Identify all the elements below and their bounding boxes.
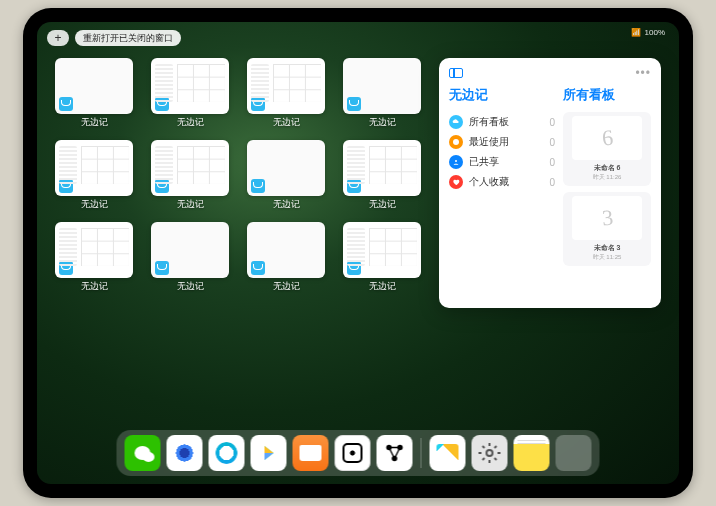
window-tile[interactable]: 无边记 <box>151 222 229 300</box>
sidebar-item-heart[interactable]: 个人收藏0 <box>449 172 555 192</box>
window-label: 无边记 <box>273 116 300 129</box>
dock-dice-icon[interactable] <box>335 435 371 471</box>
window-thumbnail <box>343 222 421 278</box>
workspace: 无边记无边记无边记无边记无边记无边记无边记无边记无边记无边记无边记无边记 •••… <box>55 58 661 426</box>
freeform-app-icon <box>59 179 73 193</box>
window-thumbnail <box>55 58 133 114</box>
board-preview: 3 <box>572 196 642 240</box>
svg-point-1 <box>455 160 457 162</box>
panel-title-left: 无边记 <box>449 86 555 104</box>
board-title: 未命名 6 <box>594 163 621 173</box>
window-thumbnail <box>151 222 229 278</box>
window-label: 无边记 <box>369 198 396 211</box>
window-tile[interactable]: 无边记 <box>247 222 325 300</box>
window-thumbnail <box>151 58 229 114</box>
window-tile[interactable]: 无边记 <box>151 140 229 218</box>
dock-settings-icon[interactable] <box>472 435 508 471</box>
panel-title-right: 所有看板 <box>563 86 651 104</box>
dock-freeform-icon[interactable] <box>430 435 466 471</box>
sidebar-item-label: 所有看板 <box>469 115 543 129</box>
window-tile[interactable]: 无边记 <box>247 140 325 218</box>
svg-point-5 <box>487 450 493 456</box>
window-label: 无边记 <box>81 116 108 129</box>
panel-boards: 所有看板 6未命名 6昨天 11:263未命名 3昨天 11:25 <box>563 86 651 300</box>
sidebar-item-label: 已共享 <box>469 155 543 169</box>
freeform-app-icon <box>155 97 169 111</box>
cloud-icon <box>449 115 463 129</box>
reopen-closed-button[interactable]: 重新打开已关闭的窗口 <box>75 30 181 46</box>
window-thumbnail <box>343 58 421 114</box>
window-tile[interactable]: 无边记 <box>247 58 325 136</box>
window-label: 无边记 <box>369 280 396 293</box>
window-thumbnail <box>151 140 229 196</box>
window-grid: 无边记无边记无边记无边记无边记无边记无边记无边记无边记无边记无边记无边记 <box>55 58 427 426</box>
sidebar-item-label: 最近使用 <box>469 135 543 149</box>
board-preview: 6 <box>572 116 642 160</box>
screen: 📶 100% + 重新打开已关闭的窗口 无边记无边记无边记无边记无边记无边记无边… <box>37 22 679 484</box>
board-title: 未命名 3 <box>594 243 621 253</box>
dock-qqbrowser-icon[interactable] <box>167 435 203 471</box>
dock-nodes-icon[interactable] <box>377 435 413 471</box>
window-tile[interactable]: 无边记 <box>151 58 229 136</box>
window-label: 无边记 <box>273 198 300 211</box>
panel-header: ••• <box>449 66 651 80</box>
sidebar-item-clock[interactable]: 最近使用0 <box>449 132 555 152</box>
freeform-app-icon <box>347 261 361 275</box>
people-icon <box>449 155 463 169</box>
window-thumbnail <box>247 140 325 196</box>
window-tile[interactable]: 无边记 <box>343 58 421 136</box>
scribble-icon: 6 <box>600 125 613 152</box>
window-thumbnail <box>247 58 325 114</box>
window-label: 无边记 <box>177 280 204 293</box>
board-subtitle: 昨天 11:26 <box>593 173 622 182</box>
window-label: 无边记 <box>81 280 108 293</box>
freeform-app-icon <box>347 97 361 111</box>
sidebar-item-count: 0 <box>549 157 555 168</box>
window-tile[interactable]: 无边记 <box>343 222 421 300</box>
ipad-frame: 📶 100% + 重新打开已关闭的窗口 无边记无边记无边记无边记无边记无边记无边… <box>23 8 693 498</box>
freeform-app-icon <box>59 97 73 111</box>
dock-books-icon[interactable] <box>293 435 329 471</box>
wifi-icon: 📶 <box>631 28 641 37</box>
sidebar-item-label: 个人收藏 <box>469 175 543 189</box>
dock-folder-icon[interactable] <box>556 435 592 471</box>
battery-text: 100% <box>645 28 665 37</box>
freeform-app-icon <box>251 179 265 193</box>
window-tile[interactable]: 无边记 <box>55 58 133 136</box>
board-card[interactable]: 3未命名 3昨天 11:25 <box>563 192 651 266</box>
window-label: 无边记 <box>369 116 396 129</box>
window-thumbnail <box>55 140 133 196</box>
new-window-button[interactable]: + <box>47 30 69 46</box>
topbar: + 重新打开已关闭的窗口 <box>47 30 181 46</box>
window-thumbnail <box>343 140 421 196</box>
window-label: 无边记 <box>273 280 300 293</box>
window-tile[interactable]: 无边记 <box>55 140 133 218</box>
freeform-app-icon <box>155 261 169 275</box>
window-tile[interactable]: 无边记 <box>343 140 421 218</box>
dock-notes-icon[interactable] <box>514 435 550 471</box>
sidebar-item-cloud[interactable]: 所有看板0 <box>449 112 555 132</box>
sidebar-toggle-icon[interactable] <box>449 68 463 78</box>
freeform-app-icon <box>251 261 265 275</box>
freeform-panel[interactable]: ••• 无边记 所有看板0最近使用0已共享0个人收藏0 所有看板 6未命名 6昨… <box>439 58 661 308</box>
heart-icon <box>449 175 463 189</box>
more-icon[interactable]: ••• <box>635 66 651 80</box>
sidebar-item-count: 0 <box>549 137 555 148</box>
sidebar-item-people[interactable]: 已共享0 <box>449 152 555 172</box>
window-tile[interactable]: 无边记 <box>55 222 133 300</box>
sidebar-item-count: 0 <box>549 177 555 188</box>
panel-sidebar: 无边记 所有看板0最近使用0已共享0个人收藏0 <box>449 86 555 300</box>
dock-play-icon[interactable] <box>251 435 287 471</box>
dock-wechat-icon[interactable] <box>125 435 161 471</box>
board-subtitle: 昨天 11:25 <box>593 253 622 262</box>
clock-icon <box>449 135 463 149</box>
freeform-app-icon <box>251 97 265 111</box>
window-label: 无边记 <box>81 198 108 211</box>
dock-qq-icon[interactable] <box>209 435 245 471</box>
status-bar: 📶 100% <box>631 28 665 37</box>
window-label: 无边记 <box>177 198 204 211</box>
scribble-icon: 3 <box>600 205 613 232</box>
board-card[interactable]: 6未命名 6昨天 11:26 <box>563 112 651 186</box>
sidebar-item-count: 0 <box>549 117 555 128</box>
freeform-app-icon <box>59 261 73 275</box>
